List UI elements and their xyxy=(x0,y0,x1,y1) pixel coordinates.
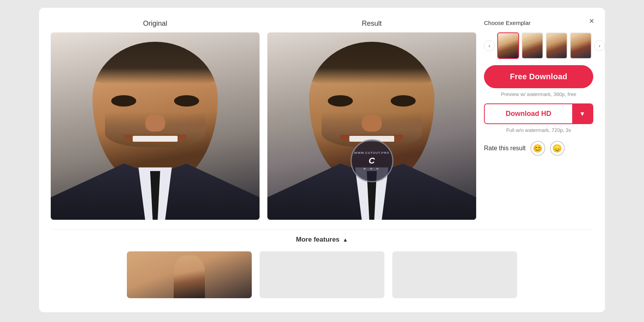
preview-note: Preview w/ watermark, 360p, free xyxy=(484,91,593,97)
download-hd-dropdown-button[interactable]: ▼ xyxy=(572,104,592,123)
watermark-badge: www.cutout.pro C ★ ★ ★ xyxy=(350,139,393,182)
original-column: Original xyxy=(51,20,260,220)
exemplar-thumbnails xyxy=(497,32,592,59)
rate-label: Rate this result xyxy=(484,145,526,152)
close-button[interactable]: × xyxy=(585,15,598,27)
more-features-arrow: ▲ xyxy=(343,237,348,243)
original-image-box xyxy=(51,32,260,220)
rate-row: Rate this result 😊 😞 xyxy=(484,141,593,156)
result-photo: www.cutout.pro C ★ ★ ★ xyxy=(267,32,476,220)
bottom-card-3 xyxy=(392,251,517,298)
images-area: Original xyxy=(51,20,476,220)
choose-exemplar-label: Choose Exemplar xyxy=(484,20,593,26)
watermark-stars: ★ ★ ★ xyxy=(363,167,380,171)
rate-good-button[interactable]: 😊 xyxy=(530,141,545,156)
bottom-card-face xyxy=(174,255,205,298)
exemplar-thumb-2[interactable] xyxy=(521,32,543,59)
sidebar: Choose Exemplar ‹ xyxy=(484,20,593,220)
download-hd-row: Download HD ▼ xyxy=(484,103,593,124)
original-photo xyxy=(51,32,260,220)
exemplar-thumb-1[interactable] xyxy=(497,32,519,59)
result-image-box: www.cutout.pro C ★ ★ ★ xyxy=(267,32,476,220)
more-features-label: More features xyxy=(296,236,339,244)
free-download-button[interactable]: Free Download xyxy=(484,65,593,88)
rate-bad-button[interactable]: 😞 xyxy=(550,141,565,156)
exemplar-thumb-3[interactable] xyxy=(546,32,568,59)
original-label: Original xyxy=(143,20,167,28)
bottom-card-1 xyxy=(127,251,252,298)
bottom-card-2 xyxy=(260,251,384,298)
main-modal: × Original xyxy=(39,8,605,312)
watermark-logo-letter: C xyxy=(369,156,375,166)
exemplar-thumb-4[interactable] xyxy=(570,32,592,59)
result-column: Result xyxy=(267,20,476,220)
watermark-url: www.cutout.pro xyxy=(354,151,389,155)
top-section: Original xyxy=(51,20,593,220)
exemplar-prev-button[interactable]: ‹ xyxy=(484,40,495,51)
download-hd-button[interactable]: Download HD xyxy=(485,104,572,123)
result-label: Result xyxy=(362,20,382,28)
hd-note: Full w/o watermark, 720p, 3s xyxy=(484,127,593,133)
bottom-section: More features ▲ xyxy=(51,229,593,298)
exemplar-next-button[interactable]: › xyxy=(594,40,605,51)
bottom-cards xyxy=(51,251,593,298)
more-features-row: More features ▲ xyxy=(51,236,593,244)
exemplar-row: ‹ › xyxy=(484,32,593,59)
